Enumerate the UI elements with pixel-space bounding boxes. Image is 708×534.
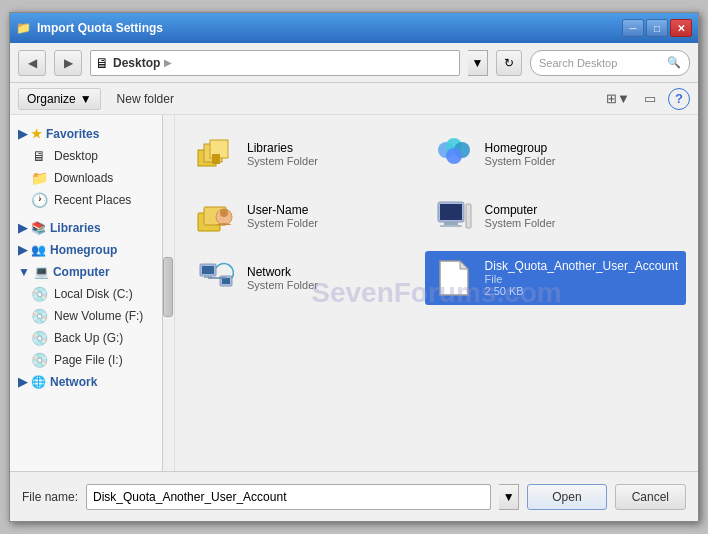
sidebar-pagefile-label: Page File (I:) [54, 353, 123, 367]
sidebar-item-desktop[interactable]: 🖥 Desktop [10, 145, 174, 167]
sidebar-recent-places-label: Recent Places [54, 193, 131, 207]
forward-button[interactable]: ▶ [54, 50, 82, 76]
sidebar-scrollbar-thumb[interactable] [163, 257, 173, 317]
new-folder-button[interactable]: New folder [109, 89, 182, 109]
file-item-disk-quota[interactable]: Disk_Quota_Another_User_Account File 2.5… [425, 251, 686, 305]
libraries-info: Libraries System Folder [247, 141, 318, 167]
network-sub: System Folder [247, 279, 318, 291]
sidebar-libraries-label: Libraries [50, 221, 101, 235]
computer-icon [433, 195, 475, 237]
sidebar-item-recent-places[interactable]: 🕐 Recent Places [10, 189, 174, 211]
file-item-username[interactable]: User-Name System Folder [187, 189, 409, 243]
network-icon [195, 257, 237, 299]
sidebar-item-downloads[interactable]: 📁 Downloads [10, 167, 174, 189]
sidebar-section-network[interactable]: ▶ 🌐 Network [10, 371, 174, 393]
sidebar: ▶ ★ Favorites 🖥 Desktop 📁 Downloads 🕐 Re… [10, 115, 175, 471]
search-icon: 🔍 [667, 56, 681, 69]
file-item-homegroup[interactable]: Homegroup System Folder [425, 127, 686, 181]
svg-rect-3 [212, 154, 220, 164]
backup-icon: 💿 [30, 330, 48, 346]
username-icon [195, 195, 237, 237]
menu-bar: Organize ▼ New folder ⊞▼ ▭ ? [10, 83, 698, 115]
address-icon: 🖥 [95, 55, 109, 71]
libraries-icon [195, 133, 237, 175]
sidebar-item-backup[interactable]: 💿 Back Up (G:) [10, 327, 174, 349]
username-sub: System Folder [247, 217, 318, 229]
homegroup-name: Homegroup [485, 141, 556, 155]
favorites-arrow: ▶ [18, 127, 27, 141]
sidebar-section-homegroup[interactable]: ▶ 👥 Homegroup [10, 239, 174, 261]
close-button[interactable]: ✕ [670, 19, 692, 37]
downloads-icon: 📁 [30, 170, 48, 186]
disk-quota-icon [433, 257, 475, 299]
window-title: Import Quota Settings [37, 21, 163, 35]
organize-label: Organize [27, 92, 76, 106]
organize-arrow: ▼ [80, 92, 92, 106]
local-disk-icon: 💿 [30, 286, 48, 302]
network-name: Network [247, 265, 318, 279]
disk-quota-type: File [485, 273, 678, 285]
search-bar[interactable]: Search Desktop 🔍 [530, 50, 690, 76]
sidebar-section-favorites[interactable]: ▶ ★ Favorites [10, 123, 174, 145]
libraries-sub: System Folder [247, 155, 318, 167]
main-window: 📁 Import Quota Settings ─ □ ✕ ◀ ▶ 🖥 Desk… [9, 12, 699, 522]
sidebar-downloads-label: Downloads [54, 171, 113, 185]
sidebar-computer-label: Computer [53, 265, 110, 279]
toolbar: ◀ ▶ 🖥 Desktop ▶ ▼ ↻ Search Desktop 🔍 [10, 43, 698, 83]
view-toggle-button[interactable]: ⊞▼ [604, 87, 632, 111]
maximize-button[interactable]: □ [646, 19, 668, 37]
content-area: ▶ ★ Favorites 🖥 Desktop 📁 Downloads 🕐 Re… [10, 115, 698, 471]
computer-expand-arrow: ▼ [18, 265, 30, 279]
refresh-button[interactable]: ↻ [496, 50, 522, 76]
sidebar-homegroup-label: Homegroup [50, 243, 117, 257]
libraries-icon-sidebar: 📚 [31, 221, 46, 235]
disk-quota-name: Disk_Quota_Another_User_Account [485, 259, 678, 273]
title-bar-controls: ─ □ ✕ [622, 19, 692, 37]
title-icon: 📁 [16, 21, 31, 35]
main-pane: SevenForums.com Libraries System Folder [175, 115, 698, 471]
file-item-network[interactable]: Network System Folder [187, 251, 409, 305]
disk-quota-size: 2.50 KB [485, 285, 678, 297]
pagefile-icon: 💿 [30, 352, 48, 368]
svg-rect-13 [440, 204, 462, 220]
pane-button[interactable]: ▭ [636, 87, 664, 111]
homegroup-info: Homegroup System Folder [485, 141, 556, 167]
desktop-icon: 🖥 [30, 148, 48, 164]
username-name: User-Name [247, 203, 318, 217]
title-bar-left: 📁 Import Quota Settings [16, 21, 163, 35]
svg-rect-18 [202, 266, 214, 274]
file-item-computer[interactable]: Computer System Folder [425, 189, 686, 243]
sidebar-local-disk-label: Local Disk (C:) [54, 287, 133, 301]
svg-rect-16 [466, 204, 471, 228]
computer-icon-sidebar: 💻 [34, 265, 49, 279]
address-dropdown[interactable]: ▼ [468, 50, 488, 76]
sidebar-item-local-disk[interactable]: 💿 Local Disk (C:) [10, 283, 174, 305]
sidebar-item-pagefile[interactable]: 💿 Page File (I:) [10, 349, 174, 371]
cancel-button[interactable]: Cancel [615, 484, 686, 510]
username-info: User-Name System Folder [247, 203, 318, 229]
open-button[interactable]: Open [527, 484, 606, 510]
sidebar-section-libraries[interactable]: ▶ 📚 Libraries [10, 217, 174, 239]
minimize-button[interactable]: ─ [622, 19, 644, 37]
filename-input[interactable] [86, 484, 491, 510]
sidebar-desktop-label: Desktop [54, 149, 98, 163]
network-arrow: ▶ [18, 375, 27, 389]
sidebar-network-label: Network [50, 375, 97, 389]
sidebar-item-new-volume[interactable]: 💿 New Volume (F:) [10, 305, 174, 327]
sidebar-section-computer[interactable]: ▼ 💻 Computer [10, 261, 174, 283]
recent-places-icon: 🕐 [30, 192, 48, 208]
address-text: Desktop [113, 56, 160, 70]
file-item-libraries[interactable]: Libraries System Folder [187, 127, 409, 181]
homegroup-sub: System Folder [485, 155, 556, 167]
address-arrow: ▶ [164, 57, 172, 68]
back-button[interactable]: ◀ [18, 50, 46, 76]
footer: File name: ▼ Open Cancel [10, 471, 698, 521]
computer-sub: System Folder [485, 217, 556, 229]
title-bar: 📁 Import Quota Settings ─ □ ✕ [10, 13, 698, 43]
network-info: Network System Folder [247, 265, 318, 291]
filetype-dropdown[interactable]: ▼ [499, 484, 519, 510]
sidebar-scrollbar[interactable] [162, 115, 174, 471]
help-button[interactable]: ? [668, 88, 690, 110]
organize-button[interactable]: Organize ▼ [18, 88, 101, 110]
address-bar[interactable]: 🖥 Desktop ▶ [90, 50, 460, 76]
